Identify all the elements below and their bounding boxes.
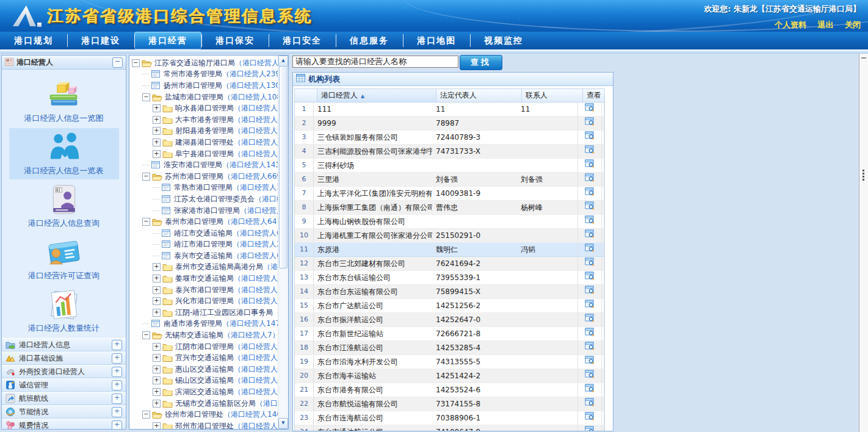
- table-row[interactable]: 4三吉利能源股份有限公司张家港华宇...74731733-X: [295, 145, 604, 159]
- table-row[interactable]: 13东台市东台镇运输公司73955339-1: [295, 271, 604, 285]
- view-record-icon[interactable]: [585, 355, 595, 369]
- view-record-icon[interactable]: [585, 201, 595, 214]
- nav-tab-6[interactable]: 信息服务: [336, 32, 403, 49]
- plus-expander-icon[interactable]: +: [153, 127, 161, 135]
- view-record-icon[interactable]: [585, 117, 595, 130]
- tree-node[interactable]: +江阴-靖江工业园区港口事务局（港口: [129, 307, 278, 319]
- table-row[interactable]: 22东台市航悦运输有限公司73174155-8: [295, 397, 604, 411]
- tree-node[interactable]: +江阴市港口管理局（港口经营人2）: [129, 341, 278, 353]
- nav-tab-3[interactable]: 港口经营: [134, 32, 201, 49]
- table-row[interactable]: 18东台市江淮航运公司14253285-4: [295, 341, 604, 355]
- splitter-grip-icon[interactable]: [863, 170, 864, 182]
- table-row[interactable]: 11东原港魏明仁冯韬: [295, 243, 604, 257]
- scroll-up-icon[interactable]: ▲: [278, 56, 288, 67]
- view-record-icon[interactable]: [585, 285, 595, 298]
- view-record-icon[interactable]: [585, 299, 595, 312]
- logout-link[interactable]: 退出: [817, 20, 833, 29]
- view-record-icon[interactable]: [585, 257, 595, 270]
- view-record-icon[interactable]: [585, 341, 595, 355]
- minus-expander-icon[interactable]: −: [142, 173, 150, 181]
- tree-node[interactable]: +姜堰市交通运输局（港口经营人0）: [129, 273, 278, 284]
- tree-node[interactable]: 淮安市港口管理局（港口经营人143）: [129, 159, 278, 171]
- sidebar-item-3[interactable]: 港口经营人信息查询: [9, 181, 119, 232]
- nav-tab-8[interactable]: 视频监控: [470, 32, 537, 49]
- accordion-item-7[interactable]: 规费情况+: [2, 419, 126, 430]
- plus-expander-icon[interactable]: +: [153, 139, 161, 146]
- table-row[interactable]: 15东台市广达航运公司14251256-2: [295, 299, 604, 313]
- tree-node[interactable]: +邳州市港口管理处（港口经营人36）: [129, 420, 278, 429]
- table-row[interactable]: 3三仓镇装卸服务有限公司72440789-3: [295, 131, 604, 145]
- table-row[interactable]: 5三得利砂场: [295, 159, 604, 173]
- tree-node[interactable]: +无锡市交通运输新区分局（港口经营: [129, 398, 278, 409]
- view-record-icon[interactable]: [585, 215, 595, 228]
- tree-node[interactable]: 扬州市港口管理局（港口经营人130）: [129, 80, 278, 92]
- plus-expander-icon[interactable]: +: [153, 343, 161, 351]
- expand-plus-button[interactable]: +: [112, 420, 122, 430]
- view-record-icon[interactable]: [585, 383, 595, 397]
- view-record-icon[interactable]: [585, 145, 595, 158]
- scroll-down-icon[interactable]: ▼: [278, 418, 288, 429]
- column-header-4[interactable]: 查看: [583, 89, 605, 102]
- tree-node[interactable]: 靖江市交通运输局（港口经营人0）: [129, 228, 278, 239]
- tree-node[interactable]: −无锡市交通运输局（港口经营人7）: [129, 329, 278, 341]
- table-row[interactable]: 8上海振华重工集团（南通）有限公司曹伟忠杨树峰: [295, 201, 604, 215]
- table-row[interactable]: 17东台市新世纪运输站72666721-8: [295, 327, 604, 341]
- nav-tab-4[interactable]: 港口保安: [201, 32, 269, 49]
- plus-expander-icon[interactable]: +: [153, 354, 161, 362]
- accordion-item-3[interactable]: 外商投资港口经营人+: [2, 365, 126, 378]
- view-record-icon[interactable]: [585, 229, 595, 242]
- table-row[interactable]: 23东台市连海航运公司70388906-1: [295, 411, 604, 425]
- view-record-icon[interactable]: [585, 369, 595, 383]
- plus-expander-icon[interactable]: +: [153, 286, 161, 294]
- accordion-item-5[interactable]: 航班航线+: [2, 392, 126, 405]
- table-row[interactable]: 10上海港机重工有限公司张家港分公司25150291-0: [295, 229, 604, 243]
- tree-node[interactable]: 张家港市港口管理局（港口经营人10: [129, 205, 278, 217]
- nav-tab-2[interactable]: 港口建设: [67, 32, 134, 49]
- view-record-icon[interactable]: [585, 103, 595, 116]
- search-input[interactable]: [292, 56, 458, 68]
- view-record-icon[interactable]: [585, 313, 595, 326]
- table-row[interactable]: 11111111: [295, 103, 604, 117]
- plus-expander-icon[interactable]: +: [153, 275, 161, 283]
- nav-tab-7[interactable]: 港口地图: [403, 32, 470, 49]
- plus-expander-icon[interactable]: +: [153, 297, 161, 305]
- tree-node[interactable]: +响水县港口管理局（港口经营人0）: [129, 103, 278, 114]
- plus-expander-icon[interactable]: +: [153, 150, 161, 158]
- tree-node[interactable]: +滨湖区交通运输局（港口经营人1）: [129, 386, 278, 398]
- expand-plus-button[interactable]: +: [112, 407, 122, 417]
- plus-expander-icon[interactable]: +: [153, 422, 161, 429]
- plus-expander-icon[interactable]: +: [153, 309, 161, 317]
- expand-plus-button[interactable]: +: [112, 353, 122, 364]
- plus-expander-icon[interactable]: +: [153, 263, 161, 271]
- sidebar-item-2[interactable]: 港口经营人信息一览表: [9, 128, 119, 179]
- plus-expander-icon[interactable]: +: [153, 376, 161, 384]
- view-record-icon[interactable]: [585, 271, 595, 284]
- view-record-icon[interactable]: [585, 425, 595, 431]
- view-record-icon[interactable]: [585, 397, 595, 411]
- region-splitter[interactable]: [859, 54, 868, 432]
- view-record-icon[interactable]: [585, 131, 595, 144]
- plus-expander-icon[interactable]: +: [153, 400, 161, 408]
- column-header-1[interactable]: 港口经营人▲: [317, 89, 436, 102]
- tree-node[interactable]: 南通市港务管理局（港口经营人147）: [129, 319, 278, 330]
- tree-scrollbar[interactable]: ▲ ▼: [278, 56, 288, 429]
- table-row[interactable]: 20东台市海丰运输站14251424-2: [295, 369, 604, 383]
- minus-expander-icon[interactable]: −: [142, 331, 150, 339]
- view-record-icon[interactable]: [585, 243, 595, 256]
- expand-plus-button[interactable]: +: [112, 394, 122, 404]
- expand-plus-button[interactable]: +: [112, 367, 122, 377]
- close-link[interactable]: 关闭: [845, 20, 861, 29]
- plus-expander-icon[interactable]: +: [153, 104, 161, 112]
- table-row[interactable]: 9上海梅山钢铁股份有限公司: [295, 215, 604, 229]
- accordion-item-6[interactable]: 节能情况+: [2, 405, 126, 419]
- sidebar-item-5[interactable]: 港口经营人数量统计: [9, 286, 119, 337]
- table-row[interactable]: 2999978987: [295, 117, 604, 131]
- minus-expander-icon[interactable]: −: [142, 411, 150, 419]
- tree-node[interactable]: +泰州市交通运输局高港分局（港口经: [129, 262, 278, 273]
- tree-node[interactable]: −徐州市港口管理处（港口经营人140）: [129, 409, 278, 420]
- tree-node[interactable]: 常熟市港口管理局（港口经营人127: [129, 182, 278, 194]
- search-button[interactable]: 查找: [460, 55, 502, 70]
- plus-expander-icon[interactable]: +: [153, 365, 161, 373]
- column-header-numberer[interactable]: [295, 89, 317, 102]
- collapse-panel-button[interactable]: −: [112, 57, 123, 68]
